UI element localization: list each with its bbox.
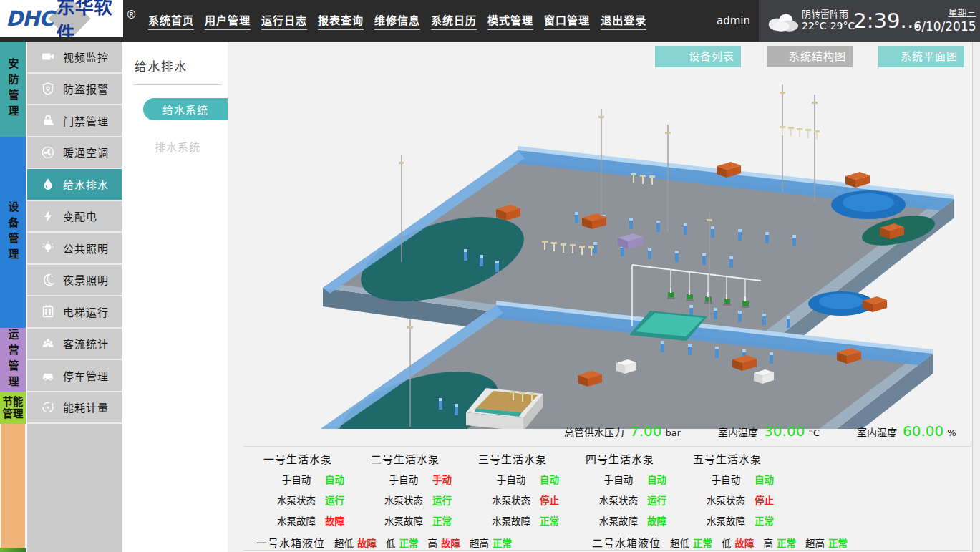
tank-name: 二号水箱液位 bbox=[592, 535, 661, 550]
pump-row-value: 故障 bbox=[325, 514, 344, 528]
weather-text: 阴转雷阵雨 22°C-29°C bbox=[802, 9, 855, 33]
nav-item-reports[interactable]: 报表查询 bbox=[318, 12, 364, 30]
sidebar-item-video-surveillance[interactable]: 视频监控 bbox=[27, 42, 122, 74]
sidebar-item-hvac[interactable]: 暖通空调 bbox=[27, 137, 122, 170]
sidebar-item-label: 客流统计 bbox=[63, 336, 109, 351]
system-structure-button[interactable]: 系统结构图 bbox=[767, 46, 853, 67]
metric-indoor-humidity: 室内湿度 60.00 % bbox=[857, 422, 956, 440]
top-bar: DHC 东华软件 ® 系统首页 用户管理 运行日志 报表查询 维修信息 系统日历… bbox=[0, 0, 980, 42]
sidebar-item-label: 防盗报警 bbox=[63, 81, 109, 96]
sidebar-item-label: 给水排水 bbox=[63, 177, 109, 192]
level-value: 正常 bbox=[399, 538, 419, 549]
nav-item-run-log[interactable]: 运行日志 bbox=[261, 12, 307, 30]
nav-item-windows[interactable]: 窗口管理 bbox=[544, 12, 590, 30]
level-value: 故障 bbox=[735, 538, 755, 549]
nav-item-logout[interactable]: 退出登录 bbox=[601, 12, 646, 30]
pump-column-5: 五号生活水泵 手自动自动 水泵状态停止 水泵故障正常 bbox=[686, 451, 793, 528]
category-energy-saving: 节能管理 bbox=[0, 392, 26, 424]
submenu-item-drainage-system[interactable]: 排水系统 bbox=[155, 139, 228, 154]
device-list-button[interactable]: 设备列表 bbox=[655, 46, 741, 67]
pump-row-label: 水泵状态 bbox=[704, 493, 747, 508]
weekday-label: 星期三 bbox=[949, 7, 976, 19]
sidebar-item-energy-metering[interactable]: 能耗计量 bbox=[27, 392, 122, 425]
pump-row-label: 水泵状态 bbox=[275, 493, 318, 508]
pump-status-panel: 一号生活水泵 手自动自动 水泵状态运行 水泵故障故障 二号生活水泵 手自动手动 … bbox=[256, 451, 793, 528]
moon-icon bbox=[41, 273, 55, 287]
metric-value: 60.00 bbox=[903, 422, 943, 440]
nav-item-users[interactable]: 用户管理 bbox=[205, 12, 251, 30]
tank-name: 一号水箱液位 bbox=[256, 535, 325, 550]
pump-row-value: 故障 bbox=[647, 514, 666, 528]
tank-level: 高正常 bbox=[764, 536, 797, 550]
level-label: 超高 bbox=[470, 538, 489, 549]
pump-row-label: 水泵故障 bbox=[597, 514, 640, 528]
pump-row-label: 手自动 bbox=[490, 473, 533, 487]
tank-level: 超低正常 bbox=[670, 536, 712, 550]
pump-name: 四号生活水泵 bbox=[586, 451, 686, 466]
pump-row-label: 手自动 bbox=[382, 473, 425, 487]
clock-time: 2:39… bbox=[853, 9, 921, 33]
logo: DHC 东华软件 bbox=[0, 0, 123, 37]
registered-trademark-icon: ® bbox=[126, 9, 137, 21]
metric-label: 室内温度 bbox=[718, 425, 758, 439]
nav-item-maintenance[interactable]: 维修信息 bbox=[374, 12, 420, 30]
pump-column-4: 四号生活水泵 手自动自动 水泵状态运行 水泵故障故障 bbox=[578, 451, 686, 528]
level-label: 低 bbox=[386, 538, 396, 549]
sidebar-menu: 视频监控 防盗报警 门禁管理 bbox=[26, 42, 122, 552]
category-operation: 运营管理 bbox=[0, 328, 26, 392]
pump-column-2: 二号生活水泵 手自动手动 水泵状态运行 水泵故障正常 bbox=[364, 451, 471, 528]
category-label: 运营管理 bbox=[6, 329, 21, 392]
level-label: 超高 bbox=[805, 538, 825, 549]
pump-row-label: 水泵故障 bbox=[490, 514, 533, 528]
category-equipment: 设备管理 bbox=[0, 137, 26, 328]
sidebar-item-night-lighting[interactable]: 夜景照明 bbox=[27, 265, 122, 297]
main-content: 设备列表 系统结构图 系统平面图 bbox=[228, 42, 980, 552]
sidebar-item-elevator[interactable]: 电梯运行 bbox=[27, 296, 122, 329]
pump-row-label: 手自动 bbox=[275, 473, 318, 487]
pump-row-value: 手动 bbox=[432, 473, 452, 487]
pump-row-label: 水泵故障 bbox=[382, 514, 425, 528]
nav-item-calendar[interactable]: 系统日历 bbox=[431, 12, 477, 30]
sidebar-item-public-lighting[interactable]: 公共照明 bbox=[27, 233, 122, 265]
scrollbar-track[interactable] bbox=[972, 42, 980, 552]
sidebar-item-access-control[interactable]: 门禁管理 bbox=[27, 105, 122, 137]
tank-level: 超高正常 bbox=[470, 536, 512, 550]
pump-row-value: 停止 bbox=[540, 493, 559, 508]
top-navigation: 系统首页 用户管理 运行日志 报表查询 维修信息 系统日历 模式管理 窗口管理 … bbox=[148, 12, 646, 30]
submenu-item-water-supply-system[interactable]: 给水系统 bbox=[143, 98, 228, 120]
pump-row-label: 手自动 bbox=[597, 473, 640, 487]
weather-temperature-range: 22°C-29°C bbox=[802, 20, 855, 33]
nav-item-home[interactable]: 系统首页 bbox=[148, 12, 194, 30]
tank-level: 低故障 bbox=[722, 536, 755, 550]
pump-row-label: 水泵状态 bbox=[382, 493, 425, 508]
sidebar-item-water-supply-drainage[interactable]: 给水排水 bbox=[27, 169, 122, 201]
level-value: 故障 bbox=[357, 538, 377, 549]
sidebar-item-burglar-alarm[interactable]: 防盗报警 bbox=[27, 74, 122, 106]
view-switch-buttons: 设备列表 系统结构图 系统平面图 bbox=[655, 46, 964, 67]
system-floorplan-button[interactable]: 系统平面图 bbox=[878, 46, 964, 67]
fan-icon bbox=[41, 145, 55, 160]
tank-level: 超低故障 bbox=[334, 536, 377, 550]
bottom-green-strip bbox=[0, 548, 27, 552]
sidebar-item-parking[interactable]: 停车管理 bbox=[27, 360, 122, 392]
sidebar-item-power-distribution[interactable]: 变配电 bbox=[27, 201, 122, 233]
level-value: 故障 bbox=[441, 538, 460, 549]
date-label: 6/10/2015 bbox=[913, 19, 976, 34]
metric-label: 室内湿度 bbox=[857, 425, 897, 439]
building-3d-view bbox=[260, 67, 976, 429]
level-value: 正常 bbox=[693, 538, 712, 549]
lightning-icon bbox=[41, 209, 55, 223]
nav-item-modes[interactable]: 模式管理 bbox=[487, 12, 533, 30]
pump-row-value: 运行 bbox=[647, 493, 666, 508]
pump-row-value: 自动 bbox=[325, 473, 344, 487]
logo-brand: DHC bbox=[6, 6, 54, 31]
pump-name: 三号生活水泵 bbox=[478, 451, 578, 466]
sidebar-item-label: 能耗计量 bbox=[63, 400, 109, 415]
level-label: 高 bbox=[428, 538, 438, 549]
level-label: 超低 bbox=[334, 538, 354, 549]
water-drop-icon bbox=[41, 177, 55, 191]
video-camera-icon bbox=[41, 49, 55, 64]
shield-icon bbox=[41, 82, 55, 96]
metric-unit: °C bbox=[808, 427, 820, 438]
sidebar-item-passenger-flow[interactable]: 客流统计 bbox=[27, 329, 122, 361]
